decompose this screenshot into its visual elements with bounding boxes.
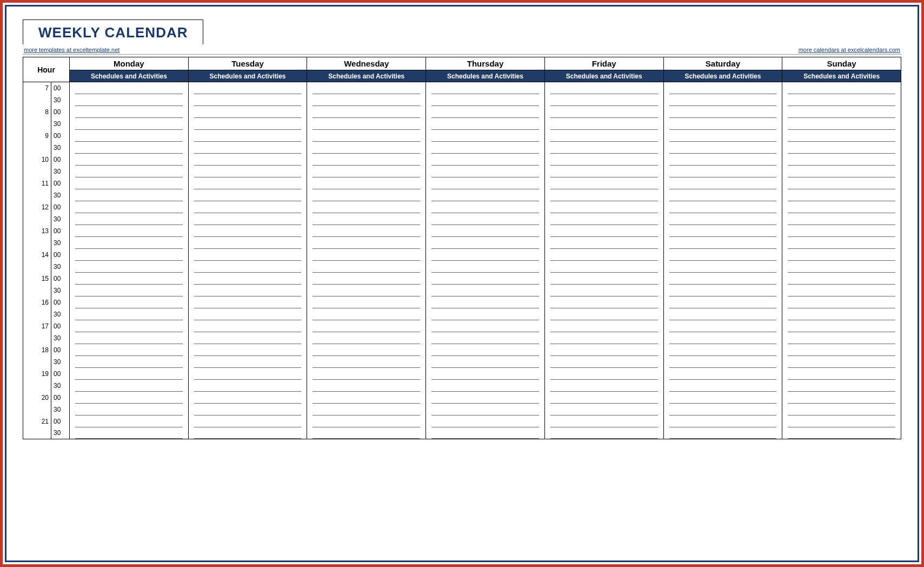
schedule-slot[interactable]: [544, 82, 663, 94]
schedule-slot[interactable]: [307, 201, 426, 213]
schedule-slot[interactable]: [426, 320, 545, 332]
schedule-slot[interactable]: [70, 166, 189, 177]
schedule-slot[interactable]: [544, 213, 663, 225]
schedule-slot[interactable]: [544, 130, 663, 142]
schedule-slot[interactable]: [544, 201, 663, 213]
schedule-slot[interactable]: [782, 213, 901, 225]
schedule-slot[interactable]: [188, 213, 307, 225]
schedule-slot[interactable]: [544, 392, 663, 404]
schedule-slot[interactable]: [782, 82, 901, 94]
schedule-slot[interactable]: [70, 356, 189, 368]
schedule-slot[interactable]: [188, 225, 307, 237]
schedule-slot[interactable]: [544, 308, 663, 320]
schedule-slot[interactable]: [307, 356, 426, 368]
schedule-slot[interactable]: [544, 332, 663, 344]
schedule-slot[interactable]: [426, 225, 545, 237]
schedule-slot[interactable]: [70, 392, 189, 404]
schedule-slot[interactable]: [70, 142, 189, 154]
schedule-slot[interactable]: [782, 94, 901, 106]
schedule-slot[interactable]: [307, 237, 426, 249]
schedule-slot[interactable]: [782, 320, 901, 332]
schedule-slot[interactable]: [188, 344, 307, 356]
schedule-slot[interactable]: [663, 344, 782, 356]
schedule-slot[interactable]: [307, 320, 426, 332]
schedule-slot[interactable]: [782, 237, 901, 249]
schedule-slot[interactable]: [307, 130, 426, 142]
schedule-slot[interactable]: [782, 332, 901, 344]
schedule-slot[interactable]: [782, 225, 901, 237]
schedule-slot[interactable]: [188, 189, 307, 201]
schedule-slot[interactable]: [426, 249, 545, 261]
schedule-slot[interactable]: [544, 416, 663, 427]
schedule-slot[interactable]: [663, 261, 782, 273]
schedule-slot[interactable]: [663, 320, 782, 332]
schedule-slot[interactable]: [307, 94, 426, 106]
schedule-slot[interactable]: [426, 356, 545, 368]
schedule-slot[interactable]: [307, 308, 426, 320]
schedule-slot[interactable]: [426, 427, 545, 439]
schedule-slot[interactable]: [426, 189, 545, 201]
schedule-slot[interactable]: [188, 106, 307, 118]
schedule-slot[interactable]: [426, 130, 545, 142]
schedule-slot[interactable]: [544, 356, 663, 368]
schedule-slot[interactable]: [426, 154, 545, 166]
schedule-slot[interactable]: [307, 225, 426, 237]
schedule-slot[interactable]: [70, 368, 189, 380]
schedule-slot[interactable]: [663, 332, 782, 344]
schedule-slot[interactable]: [307, 296, 426, 308]
schedule-slot[interactable]: [663, 189, 782, 201]
schedule-slot[interactable]: [426, 380, 545, 392]
schedule-slot[interactable]: [307, 261, 426, 273]
schedule-slot[interactable]: [188, 320, 307, 332]
schedule-slot[interactable]: [307, 416, 426, 427]
schedule-slot[interactable]: [426, 177, 545, 189]
schedule-slot[interactable]: [188, 201, 307, 213]
schedule-slot[interactable]: [663, 201, 782, 213]
schedule-slot[interactable]: [426, 416, 545, 427]
schedule-slot[interactable]: [663, 130, 782, 142]
schedule-slot[interactable]: [544, 380, 663, 392]
schedule-slot[interactable]: [307, 368, 426, 380]
schedule-slot[interactable]: [426, 213, 545, 225]
schedule-slot[interactable]: [188, 356, 307, 368]
schedule-slot[interactable]: [663, 273, 782, 285]
schedule-slot[interactable]: [70, 130, 189, 142]
schedule-slot[interactable]: [782, 166, 901, 177]
schedule-slot[interactable]: [782, 189, 901, 201]
schedule-slot[interactable]: [663, 368, 782, 380]
schedule-slot[interactable]: [663, 308, 782, 320]
schedule-slot[interactable]: [307, 142, 426, 154]
schedule-slot[interactable]: [426, 166, 545, 177]
schedule-slot[interactable]: [663, 404, 782, 416]
schedule-slot[interactable]: [307, 273, 426, 285]
schedule-slot[interactable]: [188, 273, 307, 285]
schedule-slot[interactable]: [782, 249, 901, 261]
calendars-link[interactable]: more calendars at excelcalendars.com: [799, 45, 900, 54]
schedule-slot[interactable]: [70, 416, 189, 427]
schedule-slot[interactable]: [782, 427, 901, 439]
schedule-slot[interactable]: [70, 308, 189, 320]
schedule-slot[interactable]: [188, 82, 307, 94]
schedule-slot[interactable]: [70, 404, 189, 416]
schedule-slot[interactable]: [307, 332, 426, 344]
schedule-slot[interactable]: [70, 118, 189, 130]
schedule-slot[interactable]: [307, 404, 426, 416]
schedule-slot[interactable]: [307, 380, 426, 392]
schedule-slot[interactable]: [307, 118, 426, 130]
schedule-slot[interactable]: [782, 118, 901, 130]
schedule-slot[interactable]: [663, 416, 782, 427]
schedule-slot[interactable]: [663, 427, 782, 439]
schedule-slot[interactable]: [544, 94, 663, 106]
schedule-slot[interactable]: [426, 237, 545, 249]
schedule-slot[interactable]: [70, 154, 189, 166]
schedule-slot[interactable]: [782, 154, 901, 166]
schedule-slot[interactable]: [426, 94, 545, 106]
schedule-slot[interactable]: [188, 130, 307, 142]
schedule-slot[interactable]: [663, 213, 782, 225]
schedule-slot[interactable]: [188, 380, 307, 392]
schedule-slot[interactable]: [307, 189, 426, 201]
schedule-slot[interactable]: [70, 273, 189, 285]
schedule-slot[interactable]: [544, 368, 663, 380]
schedule-slot[interactable]: [70, 285, 189, 296]
schedule-slot[interactable]: [307, 154, 426, 166]
